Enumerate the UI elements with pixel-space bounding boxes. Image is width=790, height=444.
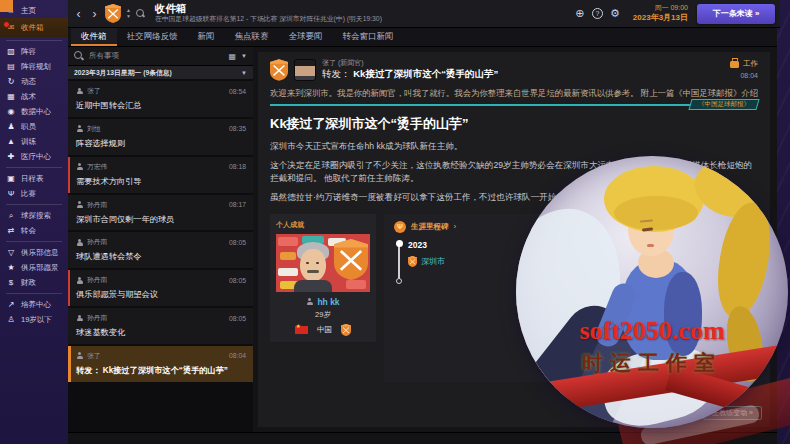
view-mode-chevron-icon[interactable]: ▼ [241,53,247,59]
person-icon [76,352,83,359]
sidebar-item-training[interactable]: ▲ 训练 [0,134,68,149]
sidebar-item-club-info[interactable]: ▽ 俱乐部信息 [0,245,68,260]
tab[interactable]: 社交网络反馈 [117,28,188,46]
message-title: 球迷基数变化 [76,328,246,338]
message-sender: 张了 [87,351,101,361]
date-group-header[interactable]: 2023年3月13日星期一 (9条信息) ▼ [68,66,253,79]
watermark-studio-text: 时运工作室 [516,349,788,377]
message-list-item[interactable]: 孙丹南 08:17 深圳市合同仅剩一年的球员 [68,195,253,231]
sidebar-item-label: 主页 [21,6,36,16]
sidebar-item-matches[interactable]: Ψ 比赛 [0,186,68,201]
club-crest-icon [408,256,417,267]
sidebar-item-under-19s[interactable]: ♙ 19岁以下 [0,312,68,327]
message-time: 08:54 [229,88,246,95]
sidebar-item-icon: ▦ [5,92,17,101]
gear-icon[interactable]: ⚙ [608,7,622,20]
sidebar-item[interactable] [6,241,62,242]
date-group-label: 2023年3月13日星期一 (9条信息) [74,68,241,78]
tab[interactable]: 转会窗口新闻 [333,28,404,46]
person-icon [76,88,83,95]
club-crest-icon [341,324,351,336]
sidebar-item-dynamics[interactable]: ↻ 动态 [0,74,68,89]
trophy-icon: Ψ [394,221,406,233]
club-crest-icon[interactable] [105,4,121,23]
sidebar-item-icon: ↗ [5,300,17,309]
message-time: 08:05 [229,239,246,246]
manager-nation-row: 中国 [276,324,370,336]
tab[interactable]: 全球要闻 [279,28,333,46]
message-list-item[interactable]: 刘恒 08:35 阵容选择规则 [68,119,253,155]
sidebar-item-squad[interactable]: ▧ 阵容 [0,44,68,59]
sidebar-item-tactics[interactable]: ▦ 战术 [0,89,68,104]
sidebar-item-label: 转会 [21,226,36,236]
message-filter-row[interactable]: 所有事项 ▦ ▼ [68,47,253,66]
sidebar-item[interactable] [6,167,62,168]
sidebar-item[interactable] [6,204,62,205]
globe-icon[interactable]: ⊕ [573,7,587,20]
back-button[interactable]: ‹ [73,8,84,20]
sidebar-item-label: 球探搜索 [21,211,51,221]
sidebar-item-label: 俱乐部信息 [21,248,59,258]
view-mode-icon[interactable]: ▦ [228,52,236,61]
sidebar-item-transfers[interactable]: ⇄ 转会 [0,223,68,238]
section-switch-icon[interactable]: ▲▼ [126,8,131,19]
sidebar-item[interactable] [6,40,62,41]
sidebar-item-development-centre[interactable]: ↗ 培养中心 [0,297,68,312]
tab[interactable]: 收件箱 [71,28,117,46]
group-collapse-chevron-icon[interactable]: ▼ [241,70,247,76]
sidebar-item-icon: $ [5,278,17,287]
sidebar-item-label: 职员 [21,122,36,132]
message-time: 08:05 [229,315,246,322]
message-list-item[interactable]: 孙丹南 08:05 球队遭遇转会禁令 [68,232,253,268]
sender-avatar [294,59,316,81]
sidebar-item-label: 阵容规划 [21,62,51,72]
tab[interactable]: 焦点联赛 [225,28,279,46]
sidebar-item-label: 数据中心 [21,107,51,117]
sidebar-item-icon: ▧ [5,47,17,56]
sidebar-item-inbox[interactable]: ✉ 收件箱 [0,18,68,37]
message-list-item[interactable]: 张了 08:04 转发： Kk接过了深圳市这个“烫手的山芋” [68,346,253,382]
article-title: Kk接过了深圳市这个“烫手的山芋” [270,115,758,133]
tab[interactable]: 新闻 [188,28,225,46]
watermark-image [516,156,788,428]
manager-name[interactable]: hh kk [276,297,370,307]
message-list-item[interactable]: 张了 08:54 近期中国转会汇总 [68,81,253,117]
person-icon [76,201,83,208]
sidebar-item-finances[interactable]: $ 财政 [0,275,68,290]
sidebar-item-icon: ♟ [5,122,17,131]
sidebar-item-data-hub[interactable]: ◉ 数据中心 [0,104,68,119]
message-list-item[interactable]: 孙丹南 08:05 俱乐部愿景与期望会议 [68,270,253,306]
message-header: 张了 (新闻官) 转发： Kk接过了深圳市这个“烫手的山芋” 工作 08:04 [270,59,758,81]
message-list: 所有事项 ▦ ▼ 2023年3月13日星期一 (9条信息) ▼ 张了 08:54… [68,47,253,432]
manager-age: 29岁 [276,310,370,320]
personal-achievements-card: 个人成就 hh kk [270,214,376,342]
search-icon[interactable] [136,9,146,19]
sidebar-item-label: 阵容 [21,47,36,57]
help-icon[interactable]: ? [592,8,603,19]
manager-photo [276,234,370,292]
message-sender: 孙丹南 [87,275,107,285]
message-list-item[interactable]: 孙丹南 08:05 球迷基数变化 [68,308,253,344]
forward-button[interactable]: › [89,8,100,20]
sidebar-item-medical-centre[interactable]: ✚ 医疗中心 [0,149,68,164]
sidebar-item-label: 动态 [21,77,36,87]
sidebar-item-squad-planner[interactable]: ▤ 阵容规划 [0,59,68,74]
nation-label: 中国 [317,325,332,335]
message-list-item[interactable]: 万宏伟 08:18 需要技术方向引导 [68,157,253,193]
sidebar-item-staff[interactable]: ♟ 职员 [0,119,68,134]
message-title: 转发： Kk接过了深圳市这个“烫手的山芋” [76,366,246,376]
message-sender: 孙丹南 [87,313,107,323]
continue-button[interactable]: 下一条未读 » [697,4,775,24]
sidebar-item-scouting[interactable]: ⌕ 球探搜索 [0,208,68,223]
message-received-time: 08:04 [730,72,758,79]
sidebar-item-icon: ▤ [5,62,17,71]
sidebar-item-icon: ↻ [5,77,17,86]
message-title: 球队遭遇转会禁令 [76,252,246,262]
sidebar-item[interactable] [6,293,62,294]
message-time: 08:18 [229,163,246,170]
fm-window: ⌂ 主页 ✉ 收件箱 ▧ 阵容 ▤ [0,0,790,444]
sidebar-item-club-vision[interactable]: ★ 俱乐部愿景 [0,260,68,275]
sidebar-item-schedule[interactable]: ▣ 日程表 [0,171,68,186]
clock-date: 2023年3月13日 [633,13,688,23]
press-officer-intro: 欢迎来到深圳市。我是你的新闻官，叫我了就行。我会为你整理来自世界足坛的最新资讯以… [270,88,758,99]
